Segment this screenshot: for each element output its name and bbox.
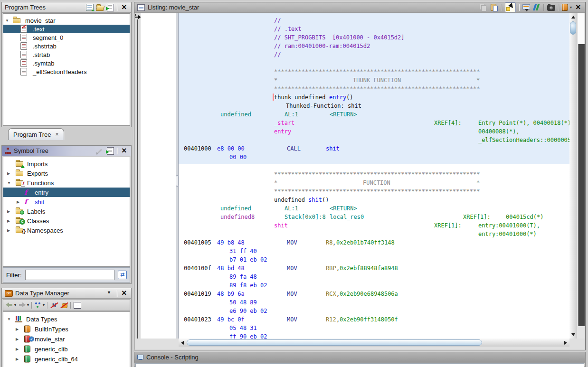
listing-field-fn[interactable]: entry xyxy=(329,93,346,102)
scroll-right-button[interactable] xyxy=(562,339,569,346)
listing-field-plate[interactable]: ****************************************… xyxy=(274,85,480,93)
listing-field-const[interactable]: 0x2eb01b740ff3148 xyxy=(336,238,395,247)
listing-field-addr[interactable]: 00401000 xyxy=(184,144,211,153)
filter-pointers-off-icon[interactable] xyxy=(60,302,68,309)
vertical-scrollbar[interactable] xyxy=(569,13,577,339)
listing-field-com[interactable]: // SHT_PROGBITS [0x401000 - 0x4015d2] xyxy=(274,33,405,42)
listing-field-plate[interactable]: ****************************************… xyxy=(274,67,480,76)
listing-line[interactable]: ff 90 eb 02 xyxy=(179,332,569,339)
listing-line[interactable]: // xyxy=(179,50,569,59)
listing-field-addr[interactable]: 00401023 xyxy=(184,315,211,324)
expand-arrow-icon[interactable]: ▶ xyxy=(7,228,10,233)
back-icon[interactable] xyxy=(6,302,13,308)
listing-field-plate[interactable]: * xyxy=(274,179,277,187)
listing-field-teal[interactable]: local_res0 xyxy=(330,213,364,221)
listing-field-plate[interactable]: THUNK FUNCTION xyxy=(353,76,401,85)
listing-line[interactable]: // xyxy=(179,16,569,25)
listing-line[interactable]: entry00400088(*), xyxy=(179,127,569,136)
listing-field-lbl[interactable]: _start xyxy=(274,119,294,127)
edit-pencil-icon[interactable] xyxy=(96,147,104,155)
listing-line[interactable]: shitXREF[1]:entry:00401000(T), xyxy=(179,221,569,230)
listing-field-reg[interactable]: RBP xyxy=(326,264,336,273)
tree-item-labels[interactable]: ▶Labels xyxy=(3,207,130,216)
collapse-arrow-icon[interactable]: ▼ xyxy=(5,19,9,23)
listing-field-xref[interactable]: entry:00401000(T), xyxy=(478,221,540,230)
overview-strip[interactable] xyxy=(578,44,585,326)
listing-line[interactable]: 31 ff 40 xyxy=(179,247,569,255)
listing-line[interactable]: ****************************************… xyxy=(179,67,569,76)
listing-field-xref[interactable]: _elfSectionHeaders::00000050 xyxy=(478,136,569,144)
listing-field-reg[interactable]: R8 xyxy=(326,238,332,247)
paste-icon[interactable] xyxy=(490,4,498,11)
listing-field-byte[interactable]: ff 90 eb 02 xyxy=(229,332,267,339)
horizontal-scrollbar[interactable] xyxy=(179,339,569,347)
listing-line[interactable]: ****************************************… xyxy=(179,187,569,196)
listing-field-byte[interactable]: 05 48 31 xyxy=(229,324,257,332)
listing-field-byte[interactable]: 89 f8 eb 02 xyxy=(229,281,267,290)
listing-field-byte[interactable]: 00 00 xyxy=(229,153,247,161)
forward-dropdown-icon[interactable]: ▾ xyxy=(27,303,29,307)
listing-line[interactable]: // SHT_PROGBITS [0x401000 - 0x4015d2] xyxy=(179,33,569,42)
listing-field-byte[interactable]: b7 01 eb 02 xyxy=(229,255,267,264)
open-folder-icon[interactable] xyxy=(96,4,104,10)
listing-line[interactable]: 50 48 89 xyxy=(179,298,569,307)
listing-field-byte[interactable]: 49 b8 48 xyxy=(217,238,245,247)
scroll-up-button[interactable] xyxy=(569,13,577,20)
conflict-mode-icon[interactable] xyxy=(35,302,41,308)
listing-field-plate[interactable]: * xyxy=(476,179,480,187)
listing-line[interactable]: // ram:00401000-ram:004015d2 xyxy=(179,42,569,50)
tree-item-segment-0[interactable]: segment_0 xyxy=(3,33,130,42)
listing-field-byte[interactable]: 49 bc 0f xyxy=(217,315,245,324)
listing-field-mnem[interactable]: MOV xyxy=(287,264,297,273)
listing-line[interactable]: ****************************************… xyxy=(179,170,569,179)
listing-field-reg[interactable]: RCX xyxy=(326,290,336,298)
listing-field-mnem[interactable]: MOV xyxy=(287,290,297,298)
tree-item-generic-clib-64[interactable]: ▶generic_clib_64 xyxy=(3,354,130,364)
tree-item--strtab[interactable]: .strtab xyxy=(3,50,130,59)
conflict-dropdown-icon[interactable]: ▾ xyxy=(43,303,45,307)
toggle-field-header-icon[interactable] xyxy=(522,4,530,11)
listing-field-xref[interactable]: 004015cd(*) xyxy=(506,213,543,221)
listing-field-addr[interactable]: 0040100f xyxy=(184,264,211,273)
tree-item-functions[interactable]: ▼fFunctions xyxy=(3,178,130,188)
listing-line[interactable]: undefinedAL:1<RETURN> xyxy=(179,110,569,119)
filter-off-icon[interactable]: N xyxy=(50,302,58,309)
filter-options-icon[interactable]: ⇄ xyxy=(118,271,127,279)
listing-line[interactable]: 0040100549 b8 48MOVR8,0x2eb01b740ff3148 xyxy=(179,238,569,247)
expand-arrow-icon[interactable]: ▶ xyxy=(16,337,19,341)
listing-field-blk[interactable]: () xyxy=(346,93,353,102)
listing-field-byte[interactable]: 48 b9 6a xyxy=(217,290,245,298)
listing-field-const[interactable]: 0x2eb90ff3148050f xyxy=(340,315,398,324)
listing-line[interactable]: b7 01 eb 02 xyxy=(179,255,569,264)
tree-item-shit[interactable]: ▶fshit xyxy=(3,197,130,207)
listing-line[interactable]: // .text xyxy=(179,25,569,33)
listing-field-plate[interactable]: ****************************************… xyxy=(274,187,480,196)
filter-input[interactable] xyxy=(25,270,115,280)
listing-field-byte[interactable]: e6 90 eb 02 xyxy=(229,307,267,315)
listing-line[interactable]: thunk undefined entry() xyxy=(179,93,569,102)
listing-line[interactable]: entry:00401000(*) xyxy=(179,230,569,238)
bookmarks-dropdown-icon[interactable]: ▾ xyxy=(570,5,572,9)
listing-field-fn[interactable]: shit xyxy=(308,196,322,204)
tree-item-exports[interactable]: ▶Exports xyxy=(3,169,130,178)
close-icon[interactable] xyxy=(121,4,129,11)
listing-field-teal[interactable]: AL:1 xyxy=(285,110,298,119)
listing-field-addr[interactable]: 00401019 xyxy=(184,290,211,298)
listing-line[interactable]: undefined shit() xyxy=(179,196,569,204)
listing-line[interactable]: *THUNK FUNCTION* xyxy=(179,76,569,85)
listing-field-const[interactable]: 0x2eb90e68948506a xyxy=(340,290,398,298)
listing-field-byte[interactable]: 50 48 89 xyxy=(229,298,257,307)
tree-item-namespaces[interactable]: ▶{}Namespaces xyxy=(3,226,130,235)
listing-line[interactable]: 0040101948 b9 6aMOVRCX,0x2eb90e68948506a xyxy=(179,290,569,298)
listing-line[interactable]: 00401000e8 00 00CALLshit xyxy=(179,144,569,153)
expand-arrow-icon[interactable]: ▶ xyxy=(7,209,10,214)
listing-field-teal[interactable]: Stack[0x0]:8 xyxy=(285,213,326,221)
expand-arrow-icon[interactable]: ▶ xyxy=(7,171,10,176)
listing-field-com[interactable]: // xyxy=(274,16,281,25)
listing-field-blk[interactable]: , xyxy=(332,238,336,247)
listing-field-plate[interactable]: * xyxy=(274,76,277,85)
expand-arrow-icon[interactable]: ▶ xyxy=(7,219,10,223)
scroll-left-button[interactable] xyxy=(179,339,186,346)
listing-field-byte[interactable]: 89 fa 48 xyxy=(229,273,257,281)
collapse-arrow-icon[interactable]: ▼ xyxy=(7,317,11,321)
